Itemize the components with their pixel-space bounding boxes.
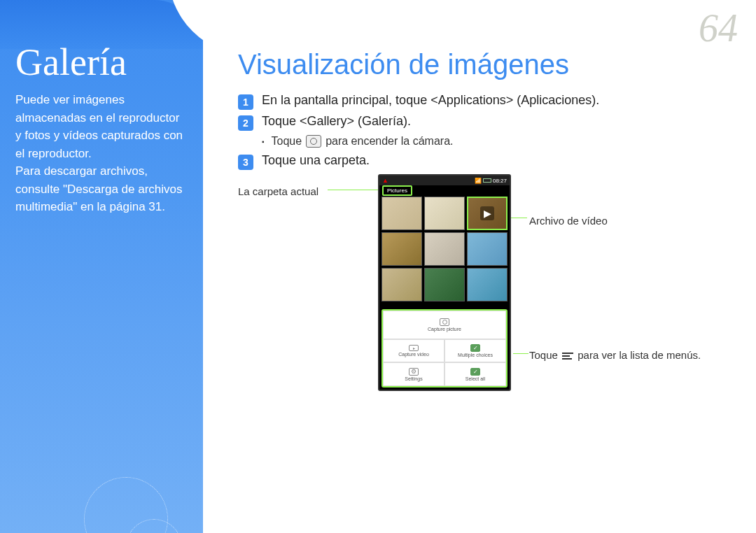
- callout-video-file: Archivo de vídeo: [529, 215, 608, 227]
- thumbnail: [467, 268, 507, 301]
- page-number: 64: [699, 6, 738, 50]
- callout-line: [513, 353, 528, 354]
- video-thumbnail: [467, 197, 507, 230]
- main-heading: Visualización de imágenes: [238, 49, 742, 80]
- menu-capture-video: Capture video: [383, 339, 444, 363]
- gear-icon: [409, 368, 419, 376]
- menu-label: Select all: [465, 376, 485, 381]
- step-text: Toque <Gallery> (Galería).: [262, 114, 742, 129]
- step-3: 3 Toque una carpeta.: [238, 153, 742, 170]
- phone-statusbar: ▲ 📶 08:27: [379, 176, 510, 185]
- menu-icon: [562, 353, 573, 360]
- menu-label: Settings: [405, 376, 422, 381]
- step-number-badge: 2: [238, 115, 253, 131]
- step-2: 2 Toque <Gallery> (Galería).: [238, 114, 742, 131]
- menu-capture-picture: Capture picture: [383, 311, 506, 339]
- main-content: Visualización de imágenes 1 En la pantal…: [238, 49, 742, 533]
- step-text: En la pantalla principal, toque <Applica…: [262, 93, 742, 108]
- menu-settings: Settings: [383, 362, 444, 386]
- sub-bullet-text-post: para encender la cámara.: [326, 135, 453, 148]
- thumbnail: [424, 232, 465, 266]
- callout-menu-post: para ver la lista de menús.: [578, 349, 701, 361]
- sidebar-title: Galería: [15, 41, 188, 84]
- thumbnail: [382, 197, 422, 230]
- phone-menu-panel: Capture picture Capture video Multiple c…: [382, 309, 507, 388]
- warning-icon: ▲: [382, 177, 388, 184]
- steps-list: 1 En la pantalla principal, toque <Appli…: [238, 93, 742, 170]
- phone-mockup: ▲ 📶 08:27 Pictures: [378, 174, 511, 391]
- menu-select-all: Select all: [444, 362, 506, 386]
- battery-icon: [483, 178, 491, 183]
- thumbnail: [467, 232, 507, 266]
- thumbnail: [382, 268, 422, 301]
- status-time: 08:27: [493, 178, 507, 184]
- check-icon: [470, 368, 480, 376]
- status-icons: 📶 08:27: [475, 178, 507, 184]
- thumbnail: [382, 232, 422, 266]
- sub-bullet-text-pre: Toque: [272, 135, 302, 148]
- step-number-badge: 1: [238, 94, 253, 110]
- menu-label: Capture video: [398, 352, 429, 357]
- sidebar: Galería Puede ver imágenes almacenadas e…: [0, 0, 203, 533]
- step-1: 1 En la pantalla principal, toque <Appli…: [238, 93, 742, 110]
- menu-multiple-choices: Multiple choices: [444, 339, 506, 363]
- callout-menu-list: Toque para ver la lista de menús.: [529, 348, 701, 362]
- menu-label: Capture picture: [428, 327, 461, 332]
- thumbnail: [424, 197, 465, 230]
- figure-area: La carpeta actual Archivo de vídeo Toque…: [238, 174, 742, 412]
- callout-menu-pre: Toque: [529, 349, 558, 361]
- thumbnail-grid: [382, 197, 507, 301]
- callout-line: [328, 190, 382, 190]
- check-icon: [470, 344, 480, 352]
- current-folder-chip: Pictures: [382, 185, 412, 196]
- menu-label: Multiple choices: [458, 353, 493, 357]
- camera-icon: [306, 135, 321, 148]
- video-icon: [409, 345, 419, 351]
- step-number-badge: 3: [238, 155, 253, 170]
- callout-current-folder: La carpeta actual: [238, 185, 318, 197]
- thumbnail: [424, 268, 465, 301]
- sidebar-description: Puede ver imágenes almacenadas en el rep…: [15, 91, 188, 216]
- sub-bullet: Toque para encender la cámara.: [262, 135, 742, 148]
- wifi-icon: 📶: [475, 178, 482, 184]
- camera-icon: [440, 318, 449, 326]
- step-text: Toque una carpeta.: [262, 153, 742, 168]
